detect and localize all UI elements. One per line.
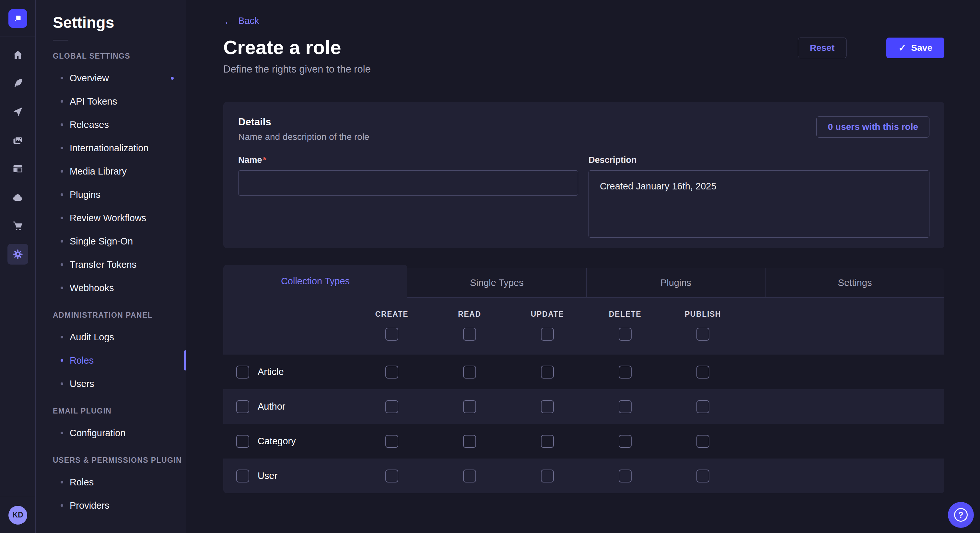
sidebar-title: Settings [53,14,186,32]
update-checkbox[interactable] [541,400,554,413]
select-all-read-checkbox[interactable] [463,328,476,341]
active-indicator [184,351,186,370]
delete-checkbox[interactable] [619,400,632,413]
select-all-create-checkbox[interactable] [385,328,398,341]
column-header-publish: PUBLISH [685,310,721,319]
row-label: Category [258,436,296,447]
name-input[interactable] [238,170,578,195]
icon-rail: KD [0,0,36,533]
name-label: Name* [238,155,578,165]
tab-single-types[interactable]: Single Types [407,268,586,298]
bullet-icon [60,217,63,219]
select-all-publish-checkbox[interactable] [697,328,710,341]
gear-icon[interactable] [8,244,28,265]
section-email-plugin: EMAIL PLUGIN Configuration [36,405,186,444]
row-select-checkbox[interactable] [236,435,249,448]
sidebar-item-configuration[interactable]: Configuration [36,421,186,444]
back-link[interactable]: ← Back [223,16,259,26]
sidebar-item-single-sign-on[interactable]: Single Sign-On [36,230,186,253]
bullet-icon [60,431,63,434]
feather-pen-icon[interactable] [0,71,36,95]
section-label: EMAIL PLUGIN [53,405,186,417]
select-all-update-checkbox[interactable] [541,328,554,341]
sidebar-item-api-tokens[interactable]: API Tokens [36,90,186,113]
bullet-icon [60,336,63,338]
publish-checkbox[interactable] [697,470,710,482]
create-checkbox[interactable] [385,366,398,379]
description-textarea[interactable]: Created January 16th, 2025 [589,170,929,238]
bullet-icon [60,481,63,484]
table-row-author: Author [223,389,944,424]
permissions-table: CREATE READ UPDATE DELETE PUBLISH [223,298,944,493]
avatar[interactable]: KD [8,506,27,525]
notification-dot-icon [171,77,174,80]
bullet-icon [60,359,63,362]
sidebar-item-roles-active[interactable]: Roles [36,349,186,372]
sidebar-item-overview[interactable]: Overview [36,67,186,90]
delete-checkbox[interactable] [619,470,632,482]
row-select-checkbox[interactable] [236,400,249,413]
users-with-role-button[interactable]: 0 users with this role [816,116,929,138]
sidebar-item-webhooks[interactable]: Webhooks [36,276,186,300]
paper-plane-icon[interactable] [0,100,36,124]
save-button[interactable]: ✓ Save [886,38,944,58]
layout-icon[interactable] [0,157,36,180]
delete-checkbox[interactable] [619,366,632,379]
bullet-icon [60,240,63,243]
sidebar-item-review-workflows[interactable]: Review Workflows [36,206,186,230]
tab-plugins[interactable]: Plugins [586,268,765,298]
create-checkbox[interactable] [385,435,398,448]
publish-checkbox[interactable] [697,366,710,379]
reset-button[interactable]: Reset [798,38,846,58]
delete-checkbox[interactable] [619,435,632,448]
required-asterisk: * [263,155,267,165]
sidebar-item-releases[interactable]: Releases [36,113,186,136]
read-checkbox[interactable] [463,366,476,379]
section-users-permissions-plugin: USERS & PERMISSIONS PLUGIN Roles Provide… [36,454,186,517]
update-checkbox[interactable] [541,470,554,482]
read-checkbox[interactable] [463,400,476,413]
shopping-cart-icon[interactable] [0,214,36,238]
sidebar-item-providers[interactable]: Providers [36,494,186,517]
update-checkbox[interactable] [541,366,554,379]
tab-collection-types[interactable]: Collection Types [223,265,407,298]
sidebar-divider [53,40,68,40]
update-checkbox[interactable] [541,435,554,448]
select-all-delete-checkbox[interactable] [619,328,632,341]
bullet-icon [60,77,63,79]
strapi-logo-icon[interactable] [8,9,27,28]
column-header-read: READ [458,310,481,319]
sidebar-item-transfer-tokens[interactable]: Transfer Tokens [36,253,186,276]
sidebar-item-users[interactable]: Users [36,372,186,395]
sidebar-item-up-roles[interactable]: Roles [36,471,186,494]
bullet-icon [60,124,63,126]
bullet-icon [60,100,63,103]
sidebar-item-plugins[interactable]: Plugins [36,183,186,206]
tab-settings[interactable]: Settings [765,268,944,298]
bullet-icon [60,170,63,173]
permissions-section: Collection Types Single Types Plugins Se… [223,265,944,493]
settings-sidebar: Settings GLOBAL SETTINGS Overview API To… [36,0,186,533]
help-button[interactable]: ? [948,502,974,528]
row-select-checkbox[interactable] [236,366,249,379]
sidebar-item-media-library[interactable]: Media Library [36,160,186,183]
description-field-group: Description Created January 16th, 2025 [589,155,929,239]
bullet-icon [60,263,63,266]
page-title: Create a role [223,36,341,59]
cloud-icon[interactable] [0,186,36,209]
row-select-checkbox[interactable] [236,470,249,482]
publish-checkbox[interactable] [697,435,710,448]
create-checkbox[interactable] [385,470,398,482]
sidebar-item-audit-logs[interactable]: Audit Logs [36,325,186,349]
publish-checkbox[interactable] [697,400,710,413]
column-header-update: UPDATE [531,310,564,319]
read-checkbox[interactable] [463,470,476,482]
read-checkbox[interactable] [463,435,476,448]
bullet-icon [60,147,63,149]
home-icon[interactable] [0,43,36,67]
media-pictures-icon[interactable] [0,129,36,152]
sidebar-item-internationalization[interactable]: Internationalization [36,136,186,160]
section-label: USERS & PERMISSIONS PLUGIN [53,454,186,466]
table-row-user: User [223,458,944,493]
create-checkbox[interactable] [385,400,398,413]
